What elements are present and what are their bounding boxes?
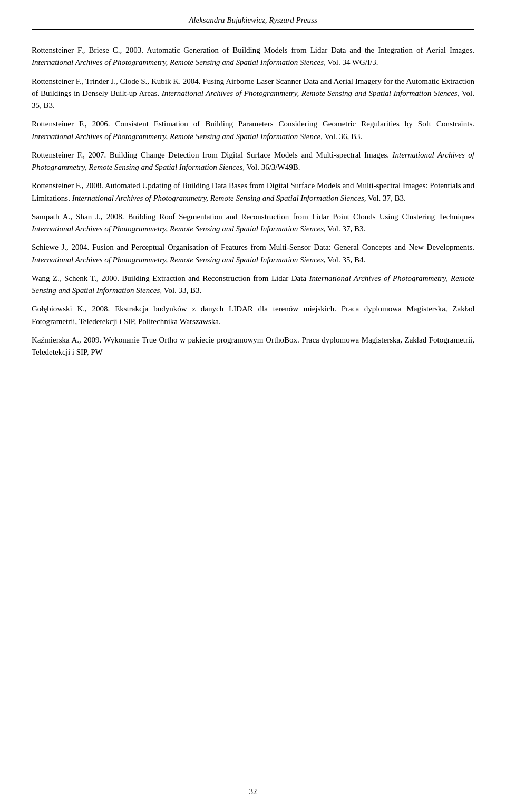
ref-normal: Rottensteiner F., 2006. Consistent Estim… bbox=[32, 120, 474, 128]
list-item: Kaźmierska A., 2009. Wykonanie True Orth… bbox=[32, 334, 474, 359]
reference-text: Kaźmierska A., 2009. Wykonanie True Orth… bbox=[32, 334, 474, 359]
ref-normal: Vol. 34 WG/I/3. bbox=[326, 58, 378, 66]
header-authors: Aleksandra Bujakiewicz, Ryszard Preuss bbox=[189, 16, 317, 24]
ref-normal: Schiewe J., 2004. Fusion and Perceptual … bbox=[32, 243, 474, 251]
page-number: 32 bbox=[32, 787, 474, 796]
ref-normal: Vol. 36/3/W49B. bbox=[245, 163, 300, 171]
reference-text: Schiewe J., 2004. Fusion and Perceptual … bbox=[32, 241, 474, 266]
ref-italic: International Archives of Photogrammetry… bbox=[32, 58, 326, 66]
list-item: Schiewe J., 2004. Fusion and Perceptual … bbox=[32, 241, 474, 266]
list-item: Rottensteiner F., 2007. Building Change … bbox=[32, 149, 474, 174]
reference-text: Gołębiowski K., 2008. Ekstrakcja budynkó… bbox=[32, 303, 474, 328]
page-header: Aleksandra Bujakiewicz, Ryszard Preuss bbox=[32, 16, 474, 30]
list-item: Rottensteiner F., Trinder J., Clode S., … bbox=[32, 75, 474, 112]
reference-text: Wang Z., Schenk T., 2000. Building Extra… bbox=[32, 272, 474, 297]
ref-italic: International Archives of Photogrammetry… bbox=[32, 132, 323, 141]
ref-normal: Vol. 36, B3. bbox=[323, 132, 362, 141]
reference-text: Rottensteiner F., 2008. Automated Updati… bbox=[32, 180, 474, 204]
ref-italic: International Archives of Photogrammetry… bbox=[32, 224, 326, 233]
list-item: Wang Z., Schenk T., 2000. Building Extra… bbox=[32, 272, 474, 297]
list-item: Gołębiowski K., 2008. Ekstrakcja budynkó… bbox=[32, 303, 474, 328]
list-item: Rottensteiner F., 2008. Automated Updati… bbox=[32, 180, 474, 204]
reference-text: Rottensteiner F., 2006. Consistent Estim… bbox=[32, 118, 474, 143]
ref-normal: Vol. 37, B3. bbox=[366, 194, 406, 202]
reference-text: Rottensteiner F., Trinder J., Clode S., … bbox=[32, 75, 474, 112]
ref-normal: Kaźmierska A., 2009. Wykonanie True Orth… bbox=[32, 336, 474, 356]
ref-normal: Rottensteiner F., Briese C., 2003. Autom… bbox=[32, 46, 474, 54]
ref-normal: Sampath A., Shan J., 2008. Building Roof… bbox=[32, 212, 474, 221]
ref-normal: Gołębiowski K., 2008. Ekstrakcja budynkó… bbox=[32, 305, 474, 325]
ref-italic: International Archives of Photogrammetry… bbox=[72, 194, 366, 202]
reference-text: Sampath A., Shan J., 2008. Building Roof… bbox=[32, 211, 474, 236]
page-container: Aleksandra Bujakiewicz, Ryszard Preuss R… bbox=[0, 0, 506, 812]
ref-italic: International Archives of Photogrammetry… bbox=[32, 256, 326, 264]
ref-italic: International Archives of Photogrammetry… bbox=[162, 89, 460, 97]
list-item: Rottensteiner F., Briese C., 2003. Autom… bbox=[32, 44, 474, 69]
reference-text: Rottensteiner F., 2007. Building Change … bbox=[32, 149, 474, 174]
ref-normal: Rottensteiner F., 2007. Building Change … bbox=[32, 151, 393, 159]
ref-normal: Vol. 35, B4. bbox=[326, 256, 365, 264]
ref-normal: Wang Z., Schenk T., 2000. Building Extra… bbox=[32, 274, 309, 282]
ref-normal: Vol. 37, B3. bbox=[326, 224, 365, 233]
references-section: Rottensteiner F., Briese C., 2003. Autom… bbox=[32, 44, 474, 358]
list-item: Sampath A., Shan J., 2008. Building Roof… bbox=[32, 211, 474, 236]
list-item: Rottensteiner F., 2006. Consistent Estim… bbox=[32, 118, 474, 143]
ref-normal: Vol. 33, B3. bbox=[162, 286, 201, 295]
reference-text: Rottensteiner F., Briese C., 2003. Autom… bbox=[32, 44, 474, 69]
